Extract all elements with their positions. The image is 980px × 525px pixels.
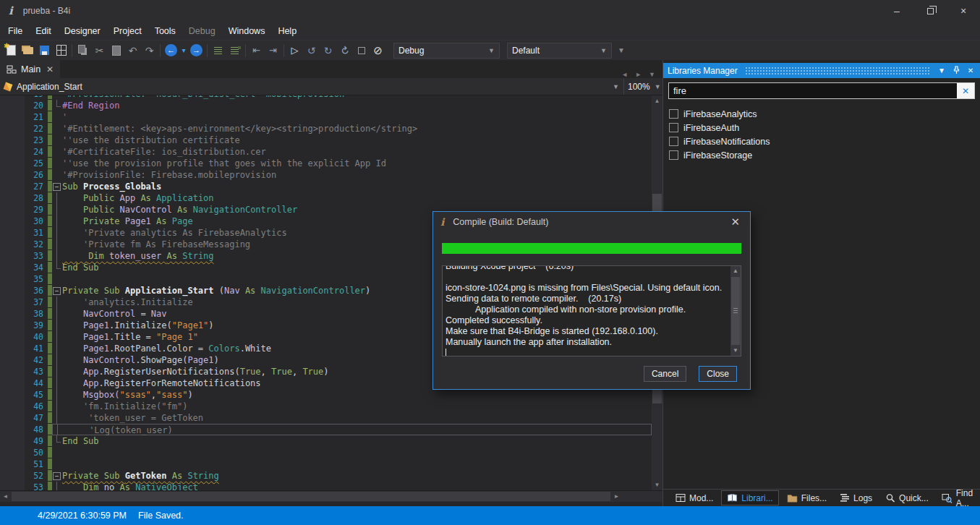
library-item[interactable]: iFirebaseNotifications — [669, 135, 980, 148]
navigate-back-icon[interactable] — [163, 43, 179, 59]
library-item[interactable]: iFirebaseAnalytics — [669, 107, 980, 121]
menu-edit[interactable]: Edit — [29, 24, 58, 38]
zoom-selector[interactable]: 100% ▼ — [623, 78, 662, 95]
breakpoint-margin[interactable] — [0, 320, 25, 331]
code-line-22[interactable]: 22'#Entitlement: <key>aps-environment</k… — [0, 123, 652, 135]
breakpoint-margin[interactable] — [0, 204, 25, 215]
bottom-tab-finda[interactable]: Find A... — [937, 490, 980, 505]
navigate-forward-icon[interactable] — [188, 43, 205, 59]
breakpoint-margin[interactable] — [0, 192, 25, 204]
breakpoint-margin[interactable] — [0, 262, 25, 273]
menu-project[interactable]: Project — [107, 24, 148, 38]
breakpoint-margin[interactable] — [0, 458, 25, 470]
menu-windows[interactable]: Windows — [222, 24, 272, 38]
code-line-20[interactable]: 20#End Region — [0, 100, 652, 111]
horizontal-scroll-thumb[interactable] — [12, 492, 610, 501]
code-line-53[interactable]: 53 Dim no As NativeObject — [0, 482, 652, 490]
code-line-23[interactable]: 23''use the distribution certificate — [0, 135, 652, 146]
toolbar-overflow-icon[interactable]: ▼ — [618, 46, 625, 54]
panel-title-bar[interactable]: Libraries Manager ▼ ✕ — [663, 63, 980, 78]
build-config-selector[interactable]: Debug▼ — [393, 43, 500, 59]
scroll-right-icon[interactable]: ► — [611, 491, 622, 502]
breakpoint-margin[interactable] — [0, 111, 25, 123]
breakpoint-margin[interactable] — [0, 239, 25, 250]
code-line-28[interactable]: 28 Public App As Application — [0, 192, 652, 204]
log-scrollbar[interactable]: ▲ ▼ — [730, 266, 741, 356]
back-history-dropdown[interactable] — [179, 43, 188, 59]
paste-icon[interactable] — [108, 43, 124, 59]
code-line-48[interactable]: 48 'Log(token_user) — [0, 424, 652, 435]
tab-main[interactable]: Main ✕ — [0, 60, 60, 78]
menu-help[interactable]: Help — [271, 24, 303, 38]
code-line-52[interactable]: 52Private Sub GetToken As String — [0, 470, 652, 482]
clear-search-icon[interactable]: ✕ — [957, 83, 974, 98]
breakpoint-margin[interactable] — [0, 412, 25, 424]
redo-icon[interactable] — [141, 43, 158, 59]
code-line-26[interactable]: 26'#ProvisionFile: Firebase.mobileprovis… — [0, 169, 652, 181]
open-project-icon[interactable] — [20, 43, 36, 59]
breakpoint-margin[interactable] — [0, 389, 25, 401]
code-line-49[interactable]: 49End Sub — [0, 435, 652, 447]
menu-debug[interactable]: Debug — [182, 24, 222, 38]
dialog-title-bar[interactable]: i Compile (Build: Default) ✕ — [433, 212, 750, 232]
bottom-tab-librari[interactable]: Librari... — [721, 490, 778, 505]
scroll-left-icon[interactable]: ◄ — [0, 491, 11, 502]
resume-icon[interactable] — [303, 43, 320, 59]
bottom-tab-mod[interactable]: Mod... — [670, 490, 718, 505]
breakpoint-margin[interactable] — [0, 285, 25, 296]
breakpoint-margin[interactable] — [0, 273, 25, 285]
breakpoint-margin[interactable] — [0, 100, 25, 111]
copy-icon[interactable] — [74, 43, 91, 59]
library-checkbox[interactable] — [669, 150, 678, 160]
next-sub-icon[interactable] — [265, 43, 281, 59]
panel-close-icon[interactable]: ✕ — [966, 67, 976, 74]
code-line-50[interactable]: 50 — [0, 447, 652, 458]
library-checkbox[interactable] — [669, 109, 678, 119]
window-position-icon[interactable]: ▼ — [937, 67, 947, 74]
run-icon[interactable] — [286, 43, 303, 59]
breakpoint-margin[interactable] — [0, 123, 25, 135]
modules-icon[interactable] — [53, 43, 69, 59]
breakpoint-margin[interactable] — [0, 146, 25, 158]
tab-scroll-right-icon[interactable]: ► — [635, 71, 642, 78]
scroll-up-icon[interactable]: ▲ — [652, 95, 662, 106]
breakpoint-margin[interactable] — [0, 227, 25, 239]
breakpoint-margin[interactable] — [0, 401, 25, 412]
close-button[interactable]: Close — [699, 366, 737, 382]
breakpoint-margin[interactable] — [0, 343, 25, 354]
library-search-input[interactable] — [669, 83, 957, 98]
code-line-27[interactable]: 27Sub Process_Globals — [0, 181, 652, 192]
code-line-45[interactable]: 45 Msgbox("ssas","sass") — [0, 389, 652, 401]
breakpoint-margin[interactable] — [0, 482, 25, 490]
step-into-icon[interactable] — [320, 43, 336, 59]
compile-log-box[interactable]: Building Xcode project (6.20s) icon-stor… — [442, 265, 741, 357]
restore-button[interactable] — [913, 0, 947, 22]
scroll-up-icon[interactable]: ▲ — [730, 266, 741, 276]
library-checkbox[interactable] — [669, 123, 678, 132]
breakpoint-margin[interactable] — [0, 447, 25, 458]
scroll-down-icon[interactable]: ▼ — [730, 346, 741, 356]
uncomment-icon[interactable] — [226, 43, 243, 59]
log-scroll-thumb[interactable] — [731, 277, 740, 345]
breakpoint-margin[interactable] — [0, 470, 25, 482]
breakpoint-margin[interactable] — [0, 158, 25, 169]
breakpoint-margin[interactable] — [0, 250, 25, 262]
breakpoint-margin[interactable] — [0, 354, 25, 366]
menu-file[interactable]: File — [1, 24, 29, 38]
save-icon[interactable] — [36, 43, 53, 59]
cut-icon[interactable] — [91, 43, 108, 59]
library-item[interactable]: iFirebaseAuth — [669, 121, 980, 135]
library-item[interactable]: iFirebaseStorage — [669, 148, 980, 162]
breakpoint-margin[interactable] — [0, 331, 25, 343]
fold-collapse-icon[interactable] — [52, 285, 62, 296]
breakpoint-margin[interactable] — [0, 377, 25, 389]
stop-icon[interactable] — [353, 43, 370, 59]
minimize-button[interactable]: – — [880, 0, 913, 22]
code-line-51[interactable]: 51 — [0, 458, 652, 470]
pin-icon[interactable] — [951, 66, 961, 76]
code-line-24[interactable]: 24'#CertificateFile: ios_distribution.ce… — [0, 146, 652, 158]
breakpoint-margin[interactable] — [0, 435, 25, 447]
bottom-tab-quick[interactable]: Quick... — [880, 490, 934, 505]
new-project-icon[interactable] — [3, 43, 20, 59]
fold-collapse-icon[interactable] — [52, 181, 62, 192]
